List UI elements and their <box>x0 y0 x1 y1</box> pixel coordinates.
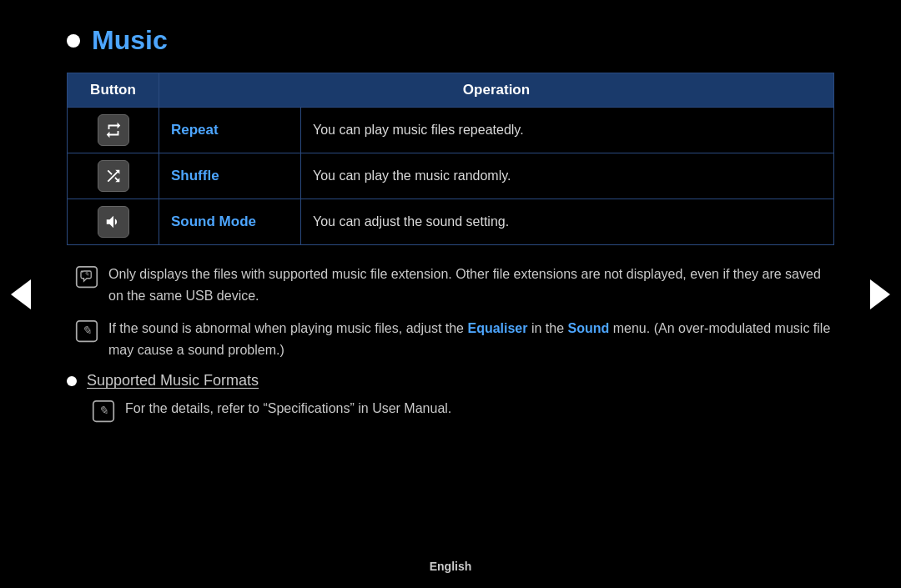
svg-text:✎: ✎ <box>84 271 89 277</box>
note-1-text: Only displays the files with supported m… <box>108 264 834 306</box>
note-icon-1: ✎ <box>75 265 98 292</box>
title-bullet <box>67 34 80 48</box>
table-row: ShuffleYou can play the music randomly. <box>68 153 834 199</box>
table-row: Sound ModeYou can adjust the sound setti… <box>68 199 834 245</box>
footer: English <box>0 560 901 573</box>
note-1: ✎ Only displays the files with supported… <box>67 264 834 306</box>
nav-arrow-left[interactable] <box>8 274 33 315</box>
table-label-shuffle: Shuffle <box>159 153 301 199</box>
section-note-icon: ✎ <box>92 400 115 426</box>
table-icon-repeat <box>68 108 159 153</box>
sound-link: Sound <box>568 321 610 335</box>
table-icon-sound <box>68 199 159 245</box>
table-header-operation: Operation <box>159 73 834 108</box>
section-header: Supported Music Formats <box>67 372 834 389</box>
table-desc-repeat: You can play music files repeatedly. <box>301 108 834 153</box>
page-container: Music Button Operation RepeatYou can pla… <box>0 0 901 588</box>
page-title: Music <box>92 25 168 56</box>
right-arrow-icon <box>870 279 890 309</box>
music-table: Button Operation RepeatYou can play musi… <box>67 73 834 245</box>
note-2: ✎ If the sound is abnormal when playing … <box>67 318 834 360</box>
table-row: RepeatYou can play music files repeatedl… <box>68 108 834 153</box>
svg-text:✎: ✎ <box>98 405 108 418</box>
repeat-icon-btn <box>98 114 129 146</box>
table-label-repeat: Repeat <box>159 108 301 153</box>
left-arrow-icon <box>11 279 31 309</box>
section-title: Supported Music Formats <box>87 372 259 389</box>
table-desc-shuffle: You can play the music randomly. <box>301 153 834 199</box>
svg-text:✎: ✎ <box>82 324 92 338</box>
sound-icon-btn <box>98 206 129 238</box>
section-sub-note: For the details, refer to “Specification… <box>125 398 451 420</box>
note-icon-2: ✎ <box>75 319 98 346</box>
section-bullet <box>67 376 77 386</box>
table-desc-sound: You can adjust the sound setting. <box>301 199 834 245</box>
table-label-sound: Sound Mode <box>159 199 301 245</box>
title-row: Music <box>67 25 834 56</box>
shuffle-icon-btn <box>98 160 129 192</box>
nav-arrow-right[interactable] <box>868 274 893 315</box>
equaliser-link: Equaliser <box>467 321 527 335</box>
footer-language: English <box>430 560 472 573</box>
table-header-button: Button <box>68 73 159 108</box>
section-note: ✎ For the details, refer to “Specificati… <box>67 398 834 426</box>
table-icon-shuffle <box>68 153 159 199</box>
note-2-text: If the sound is abnormal when playing mu… <box>108 318 834 360</box>
